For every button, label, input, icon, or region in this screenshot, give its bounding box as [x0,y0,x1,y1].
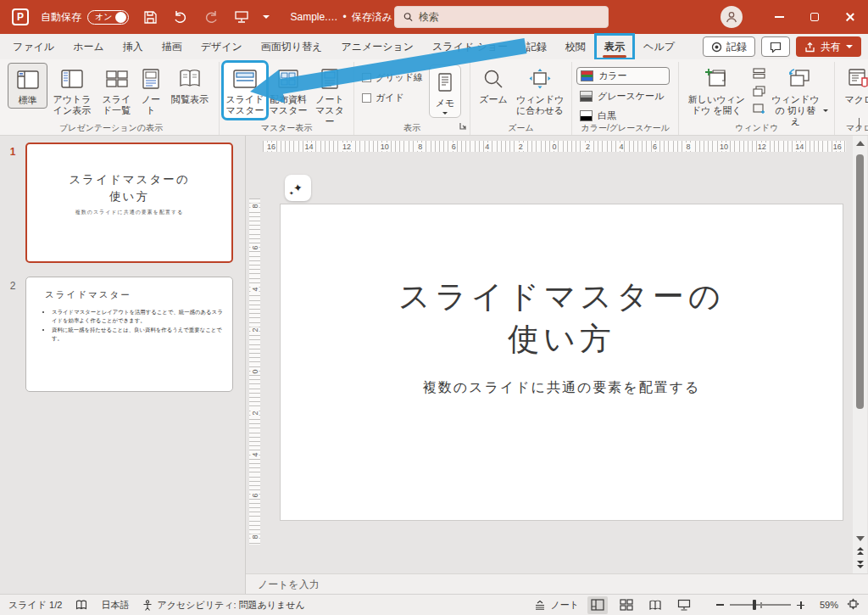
tab-view[interactable]: 表示 [595,34,634,59]
tab-review[interactable]: 校閲 [556,34,595,59]
reading-view-toggle[interactable] [645,596,665,614]
show-dialog-launcher-icon[interactable] [459,120,467,132]
scrollbar-thumb[interactable] [856,154,864,409]
zoom-button[interactable]: ズーム [475,63,512,107]
designer-button[interactable]: ✦ [285,175,311,201]
record-button[interactable]: 記録 [703,36,755,57]
ruler-label: 14 [794,143,804,151]
handout-master-icon [277,67,299,91]
slide-canvas[interactable]: スライドマスターの 使い方 複数のスライドに共通の要素を配置する [280,204,843,521]
zoom-slider-thumb[interactable] [753,600,756,610]
tab-design[interactable]: デザイン [192,34,252,59]
slide-1-thumbnail[interactable]: スライドマスターの 使い方 複数のスライドに共通の要素を配置する [25,143,233,263]
next-slide-icon[interactable] [857,561,864,568]
quick-access-dropdown-icon[interactable] [263,15,270,19]
slide-2-thumbnail[interactable]: スライドマスター スライドマスターとレイアウトを活用することで、統一感のあるスラ… [25,277,233,392]
powerpoint-logo-icon[interactable]: P [12,8,29,25]
thumb-2-title: スライドマスター [45,289,232,301]
search-input[interactable] [419,11,599,23]
tab-file[interactable]: ファイル [3,34,64,59]
notes-pane[interactable] [246,573,868,594]
color-button[interactable]: カラー [576,67,670,85]
zoom-out-icon[interactable] [716,604,724,606]
tab-record[interactable]: 記録 [517,34,556,59]
previous-slide-icon[interactable] [857,547,864,555]
notes-toggle-button[interactable]: ノート [534,599,579,612]
powerpoint-window: { "colors": { "titlebar_red": "#bf4025",… [0,0,868,615]
record-icon [711,42,722,53]
tab-insert[interactable]: 挿入 [114,34,153,59]
memo-button[interactable]: メモ [429,64,461,118]
scroll-down-icon[interactable] [856,536,865,541]
zoom-percent[interactable]: 59% [813,600,838,610]
share-button-label: 共有 [821,40,841,54]
collapse-ribbon-icon[interactable] [859,118,860,130]
spellcheck-icon[interactable] [75,600,87,611]
gridlines-checkbox[interactable]: グリッド線 [362,71,423,84]
ruler-label: 2 [250,410,259,416]
notes-page-button[interactable]: ノート [137,63,164,118]
share-button[interactable]: 共有 [796,36,861,57]
slide-master-icon [232,67,258,91]
ruler-label: 4 [484,143,490,151]
language-indicator[interactable]: 日本語 [101,599,129,612]
minimize-button[interactable] [761,0,797,34]
slide-subtitle-placeholder[interactable]: 複数のスライドに共通の要素を配置する [281,379,843,397]
account-avatar[interactable] [721,6,743,28]
accessibility-status[interactable]: アクセシビリティ: 問題ありません [142,599,304,612]
notes-master-icon [320,67,339,91]
group-master-views: スライド マスター 配布資料 マスター ノート マスター マスター表示 [220,62,354,135]
tab-home[interactable]: ホーム [64,34,114,59]
slide-1-number: 1 [0,143,25,263]
move-split-icon[interactable] [753,103,765,117]
ruler-label: 8 [250,203,259,209]
start-slideshow-icon[interactable] [232,8,251,26]
switch-windows-icon [787,67,811,91]
tab-draw[interactable]: 描画 [153,34,192,59]
zoom-in-icon[interactable] [797,601,804,609]
outline-view-button[interactable]: アウトライン表示 [48,63,96,118]
fit-to-window-button[interactable]: ウィンドウ に合わせる [513,63,567,118]
new-window-button[interactable]: 新しいウィンドウ を開く [683,63,749,118]
arrange-all-icon[interactable] [753,68,765,81]
group-presentation-views: 標準 アウトライン表示 スライド一覧 ノート 閲覧表示 プレゼンテーシ [3,62,220,135]
fit-slide-to-window-icon[interactable] [847,598,860,612]
tab-animations[interactable]: アニメーション [331,34,423,59]
macros-button[interactable]: マクロ [839,63,868,107]
switch-windows-button[interactable]: ウィンドウの 切り替え [769,63,830,129]
reading-view-button[interactable]: 閲覧表示 [165,63,214,107]
document-title[interactable]: Sample.… • 保存済み [290,10,404,25]
tab-transitions[interactable]: 画面切り替え [252,34,332,59]
notes-master-button[interactable]: ノート マスター [310,63,349,129]
zoom-slider[interactable] [730,604,791,606]
handout-master-button[interactable]: 配布資料 マスター [267,63,309,118]
notes-input[interactable] [258,579,512,590]
slide-sorter-button[interactable]: スライド一覧 [97,63,136,118]
slide-title-placeholder[interactable]: スライドマスターの 使い方 [281,276,843,361]
normal-view-button[interactable]: 標準 [8,63,47,109]
redo-icon[interactable] [202,8,220,26]
slideshow-view-toggle[interactable] [674,596,694,614]
group-show: グリッド線 ガイド メモ 表示 [354,62,470,135]
scroll-up-icon[interactable] [856,141,865,146]
tab-help[interactable]: ヘルプ [634,34,684,59]
horizontal-ruler: 1614121086420246810121416 [263,141,846,152]
slide-sorter-toggle[interactable] [616,596,637,614]
search-box[interactable] [394,6,609,28]
cascade-windows-icon[interactable] [753,86,765,99]
tab-slideshow[interactable]: スライド ショー [423,34,517,59]
slide-master-button[interactable]: スライド マスター [224,63,266,118]
maximize-button[interactable] [797,0,832,34]
save-icon[interactable] [141,8,159,26]
close-button[interactable] [832,0,868,34]
vertical-scrollbar [853,136,867,573]
slide-counter[interactable]: スライド 1/2 [8,599,62,612]
ribbon-tabs: ファイルホーム挿入描画デザイン画面切り替えアニメーションスライド ショー記録校閲… [0,34,684,59]
undo-icon[interactable] [171,8,190,26]
guides-checkbox[interactable]: ガイド [362,92,423,104]
handout-master-label: 配布資料 マスター [269,94,308,116]
autosave-toggle[interactable]: 自動保存 オン [41,10,129,25]
comments-button[interactable] [761,36,790,57]
grayscale-button[interactable]: グレースケール [576,88,670,104]
normal-view-toggle[interactable] [587,596,608,614]
